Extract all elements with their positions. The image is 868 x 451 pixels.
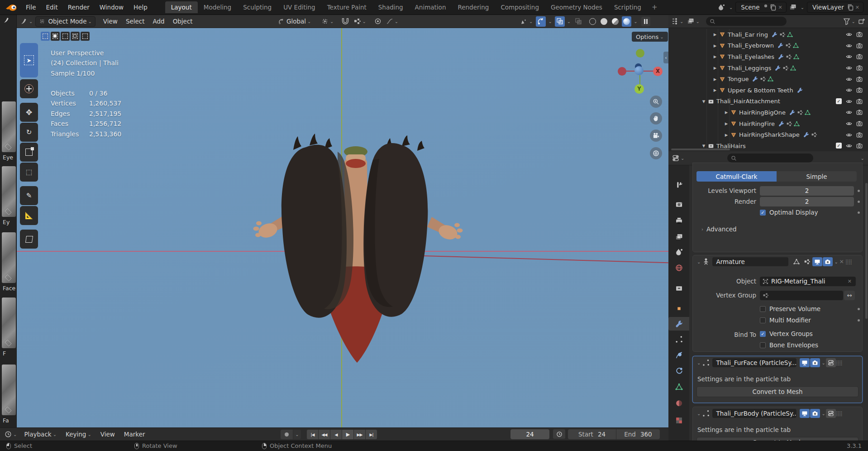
properties-scrollbar[interactable] [865,183,868,319]
menu-render[interactable]: Render [63,1,95,13]
disable-render-toggle[interactable] [856,109,863,115]
preserve-volume-checkbox[interactable] [760,306,766,312]
tool-cursor[interactable] [20,79,38,98]
pause-preview-button[interactable] [641,17,650,26]
properties-tab-view-layer[interactable] [668,230,689,244]
animate-dot[interactable] [858,211,860,214]
expand-right-icon[interactable]: ▶ [712,32,718,37]
chevron-down-icon[interactable]: ⌄ [696,19,699,24]
outliner-row-hairringbigone[interactable]: ▶HairRingBigOne [668,107,868,118]
modifier-name-field[interactable]: Thali_FurBody (ParticleSy... [712,409,796,418]
play-reverse-button[interactable]: ◀ [330,430,342,439]
properties-tab-object[interactable] [668,302,689,315]
render-toggle[interactable] [810,358,820,367]
expand-right-icon[interactable]: ▶ [712,77,718,82]
menu-edit[interactable]: Edit [41,1,63,13]
chevron-down-icon[interactable]: ⌄ [681,156,684,161]
copy-icon[interactable] [769,4,777,11]
tool-annotate[interactable]: ✎ [20,186,38,205]
overlays-button[interactable] [555,16,565,27]
play-button[interactable]: ▶ [342,430,353,439]
tool-add-cube[interactable] [20,230,38,249]
expand-right-icon[interactable]: ▶ [723,121,730,126]
optimal-display-checkbox[interactable]: ✓ [760,210,766,216]
disable-render-toggle[interactable] [856,53,863,60]
mode-selector[interactable]: Object Mode ⌄ [35,16,95,27]
modifier-name-field[interactable]: Armature [712,257,788,266]
advanced-toggle[interactable]: › Advanced [700,226,737,233]
render-toggle[interactable] [823,257,833,266]
options-button[interactable]: Options ⌄ [632,32,668,42]
show-gizmo-button[interactable]: ⌄ [519,16,534,27]
disable-render-toggle[interactable] [856,43,863,49]
outliner-row-thali-ear-ring[interactable]: ▶Thali_Ear ring [668,29,868,40]
select-mode-intersect[interactable] [81,32,90,41]
expand-right-icon[interactable]: ▶ [723,133,730,137]
outliner-row-tongue[interactable]: ▶Tongue [668,73,868,85]
chevron-down-icon[interactable]: ⌄ [634,19,637,24]
convert-to-mesh-button[interactable]: Convert to Mesh [696,386,858,397]
expand-right-icon[interactable]: ▶ [712,66,718,70]
outliner-row-thali-eyelashes[interactable]: ▶Thali_Eyelashes [668,51,868,62]
editor-type-icon[interactable] [20,18,28,25]
timeline-menu-marker[interactable]: Marker [119,431,150,438]
particle-settings-button[interactable] [826,358,836,367]
hide-viewport-toggle[interactable] [846,65,852,71]
properties-tab-constraints[interactable] [668,364,689,378]
chevron-down-icon[interactable]: ⌄ [680,19,683,24]
multi-modifier-checkbox[interactable] [760,317,766,323]
properties-tab-world[interactable] [668,261,689,274]
properties-tab-texture[interactable] [668,413,689,427]
workspace-tab-scripting[interactable]: Scripting [608,1,647,13]
previous-keyframe-button[interactable]: ◀◀ [319,430,330,439]
menu-help[interactable]: Help [129,1,153,13]
disable-render-toggle[interactable] [856,132,863,138]
armature-object-field[interactable]: RIG-Metarig_Thali ✕ [760,277,856,286]
workspace-tab-texture-paint[interactable]: Texture Paint [321,1,372,13]
clear-object-icon[interactable]: ✕ [846,277,853,286]
scene-selector[interactable]: Scene ✕ [735,2,786,13]
select-mode-extend[interactable] [51,32,60,41]
viewport-menu-select[interactable]: Select [122,18,149,25]
gizmo-center-ball[interactable] [634,66,644,75]
catmull-clark-button[interactable]: Catmull-Clark [696,171,777,182]
viewport-menu-add[interactable]: Add [149,18,169,25]
transform-orientation[interactable]: Global ⌄ [278,18,311,25]
invert-vertex-group-button[interactable]: ↔ [844,291,855,300]
proportional-editing-button[interactable] [373,16,383,27]
hide-viewport-toggle[interactable] [846,53,852,60]
hide-viewport-toggle[interactable] [846,43,852,49]
pan-button[interactable] [650,112,662,125]
gizmo-y-label[interactable]: Y [634,84,644,94]
asset-thumbnail[interactable] [2,101,16,152]
outliner-scrollbar[interactable] [671,149,730,150]
asset-thumbnail[interactable] [2,297,16,348]
chevron-down-icon[interactable]: ⌄ [567,19,571,24]
outliner-search-input[interactable] [706,17,787,26]
animate-dot[interactable] [858,319,860,321]
chevron-down-icon[interactable]: ⌄ [548,19,552,24]
edit-mode-toggle[interactable] [792,257,801,266]
expand-down-icon[interactable]: ▼ [701,144,707,148]
vertex-groups-checkbox[interactable]: ✓ [760,331,766,337]
keying-set-dropdown[interactable]: ⌄ [293,430,301,439]
chevron-down-icon[interactable]: ⌄ [697,360,701,365]
drag-handle-icon[interactable]: ⣿⣿ [836,360,842,366]
jump-to-end-button[interactable]: ▶| [366,430,377,439]
zoom-button[interactable] [650,96,662,108]
workspace-tab-layout[interactable]: Layout [165,1,198,13]
editor-type-icon[interactable] [672,154,679,162]
chevron-down-icon[interactable]: ⌄ [821,411,825,416]
chevron-down-icon[interactable]: ⌄ [29,19,33,24]
shading-solid-button[interactable] [599,16,609,27]
current-frame-field[interactable]: 24 [510,429,549,439]
disable-render-toggle[interactable] [856,143,863,149]
animate-dot[interactable] [858,201,860,203]
editor-type-icon[interactable] [5,431,12,438]
collection-checkbox[interactable]: ✓ [836,143,842,149]
disable-render-toggle[interactable] [856,87,863,93]
chevron-down-icon[interactable]: ⌄ [729,5,733,10]
xray-toggle-button[interactable] [573,16,583,27]
chevron-down-icon[interactable]: ⌄ [801,5,804,10]
workspace-tab-rendering[interactable]: Rendering [452,1,495,13]
